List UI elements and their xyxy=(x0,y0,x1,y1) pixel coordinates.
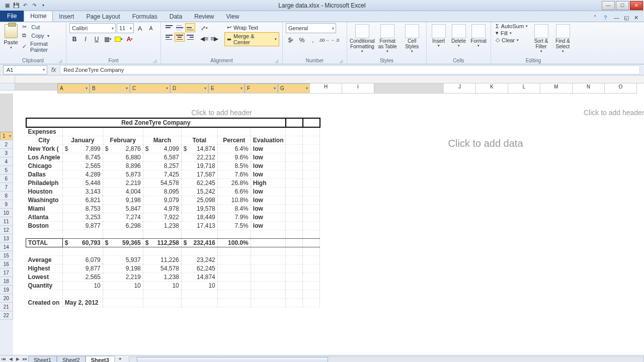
accounting-button[interactable]: $▾ xyxy=(286,35,296,45)
merge-center-button[interactable]: ⬌Merge & Center▾ xyxy=(224,32,279,46)
name-box[interactable]: A1 xyxy=(3,65,47,74)
align-center-button[interactable] xyxy=(175,33,185,42)
formula-input[interactable]: Red ZoneTyre Company xyxy=(60,65,640,74)
sheet-nav-next[interactable]: ▶ xyxy=(14,356,21,363)
redo-icon[interactable]: ↷ xyxy=(30,2,38,10)
col-header-c[interactable]: C xyxy=(130,83,170,94)
row-header-11[interactable]: 11 xyxy=(0,217,13,226)
align-bottom-button[interactable] xyxy=(185,23,195,32)
conditional-formatting-button[interactable]: Conditional Formatting▾ xyxy=(350,23,374,58)
format-painter-button[interactable]: ✓Format Painter xyxy=(21,40,63,53)
percent-button[interactable]: % xyxy=(297,35,307,45)
comma-button[interactable]: , xyxy=(308,35,318,45)
file-tab[interactable]: File xyxy=(0,11,24,22)
tab-insert[interactable]: Insert xyxy=(53,12,80,22)
mdi-min-icon[interactable]: — xyxy=(614,15,621,22)
col-header-m[interactable]: M xyxy=(540,83,573,94)
save-icon[interactable]: 💾 xyxy=(12,2,20,10)
col-header-k[interactable]: K xyxy=(476,83,508,94)
fill-button[interactable]: ▾Fill▾ xyxy=(494,30,529,36)
bold-button[interactable]: B xyxy=(69,34,79,44)
clear-button[interactable]: ◇Clear▾ xyxy=(494,37,529,43)
align-top-button[interactable] xyxy=(164,23,174,32)
row-header-1[interactable]: 1 xyxy=(0,132,13,140)
increase-indent-button[interactable]: ≡▶ xyxy=(209,34,219,44)
row-header-14[interactable]: 14 xyxy=(0,243,13,251)
row-header-17[interactable]: 17 xyxy=(0,268,13,277)
font-color-button[interactable]: A▾ xyxy=(125,34,135,44)
align-left-button[interactable] xyxy=(164,33,174,42)
sheet-nav-last[interactable]: ⏭ xyxy=(21,356,28,363)
row-header-20[interactable]: 20 xyxy=(0,294,13,303)
decrease-indent-button[interactable]: ◀≡ xyxy=(199,34,209,44)
decrease-decimal-button[interactable]: ←.0 xyxy=(330,35,340,45)
tab-review[interactable]: Review xyxy=(188,12,220,22)
format-cells-button[interactable]: Format▾ xyxy=(469,23,488,58)
col-header-i[interactable]: I xyxy=(342,83,374,94)
maximize-button[interactable]: ☐ xyxy=(616,1,629,10)
row-header-16[interactable]: 16 xyxy=(0,260,13,268)
row-header-12[interactable]: 12 xyxy=(0,226,13,234)
new-sheet-button[interactable]: ✦ xyxy=(117,356,124,363)
insert-cells-button[interactable]: Insert▾ xyxy=(430,23,448,58)
font-dialog-icon[interactable]: ◿ xyxy=(152,59,157,64)
orientation-button[interactable]: ⤢▾ xyxy=(199,23,209,33)
tab-view[interactable]: View xyxy=(220,12,246,22)
col-header-h[interactable]: H xyxy=(310,83,342,94)
row-header-13[interactable]: 13 xyxy=(0,234,13,243)
col-header-e[interactable]: E xyxy=(208,83,245,94)
col-header-f[interactable]: F xyxy=(245,83,278,94)
row-header-3[interactable]: 3 xyxy=(0,149,13,157)
col-header-d[interactable]: D xyxy=(170,83,208,94)
row-header-8[interactable]: 8 xyxy=(0,192,13,200)
horizontal-scrollbar[interactable] xyxy=(129,356,644,363)
font-size-select[interactable]: 11 xyxy=(117,23,134,33)
col-header-o[interactable]: O xyxy=(605,83,637,94)
minimize-ribbon-icon[interactable]: ˄ xyxy=(594,15,601,22)
tab-formulas[interactable]: Formulas xyxy=(126,12,164,22)
col-header-g[interactable]: G xyxy=(278,83,310,94)
row-header-9[interactable]: 9 xyxy=(0,200,13,209)
row-header-10[interactable]: 10 xyxy=(0,209,13,217)
row-header-19[interactable]: 19 xyxy=(0,286,13,294)
row-header-21[interactable]: 21 xyxy=(0,303,13,311)
delete-cells-button[interactable]: Delete▾ xyxy=(450,23,468,58)
fx-icon[interactable]: fx xyxy=(51,66,56,73)
find-select-button[interactable]: Find & Select▾ xyxy=(553,23,573,58)
border-button[interactable]: ▦▾ xyxy=(103,34,113,44)
autosum-button[interactable]: ΣAutoSum▾ xyxy=(494,23,529,29)
italic-button[interactable]: I xyxy=(80,34,91,44)
row-header-4[interactable]: 4 xyxy=(0,157,13,166)
mdi-restore-icon[interactable]: ◱ xyxy=(624,15,631,22)
wrap-text-button[interactable]: ↩Wrap Text xyxy=(224,23,279,32)
format-as-table-button[interactable]: Format as Table▾ xyxy=(376,23,399,58)
align-right-button[interactable] xyxy=(185,33,195,42)
increase-decimal-button[interactable]: .00→ xyxy=(319,35,329,45)
col-header-a[interactable]: A xyxy=(57,83,90,94)
sheet-tab-1[interactable]: Sheet1 xyxy=(28,356,57,362)
header-placeholder-2[interactable]: Click to add header xyxy=(443,99,644,118)
row-header-5[interactable]: 5 xyxy=(0,166,13,174)
fill-color-button[interactable]: ▾ xyxy=(114,34,124,44)
sheet-nav-prev[interactable]: ◀ xyxy=(7,356,14,363)
col-header-b[interactable]: B xyxy=(90,83,130,94)
font-name-select[interactable]: Calibri xyxy=(69,23,116,33)
sheet-tab-3[interactable]: Sheet3 xyxy=(86,356,115,362)
clipboard-dialog-icon[interactable]: ◿ xyxy=(58,59,63,64)
cut-button[interactable]: ✂Cut xyxy=(21,23,63,31)
sheet-tab-2[interactable]: Sheet2 xyxy=(57,356,86,362)
select-all-corner[interactable] xyxy=(0,83,15,90)
header-placeholder[interactable]: Click to add header xyxy=(26,99,418,118)
row-header-6[interactable]: 6 xyxy=(0,174,13,183)
row-header-2[interactable]: 2 xyxy=(0,140,13,149)
number-dialog-icon[interactable]: ◿ xyxy=(339,59,344,64)
undo-icon[interactable]: ↶ xyxy=(21,2,29,10)
underline-button[interactable]: U xyxy=(92,34,102,44)
align-middle-button[interactable] xyxy=(175,23,185,32)
number-format-select[interactable]: General xyxy=(286,23,336,33)
row-header-22[interactable]: 22 xyxy=(0,311,13,320)
shrink-font-button[interactable]: A xyxy=(146,23,156,33)
spreadsheet-grid[interactable]: Red ZoneTyre CompanyExpensesCityJanuaryF… xyxy=(26,118,320,307)
alignment-dialog-icon[interactable]: ◿ xyxy=(274,59,279,64)
sort-filter-button[interactable]: Sort & Filter▾ xyxy=(531,23,551,58)
